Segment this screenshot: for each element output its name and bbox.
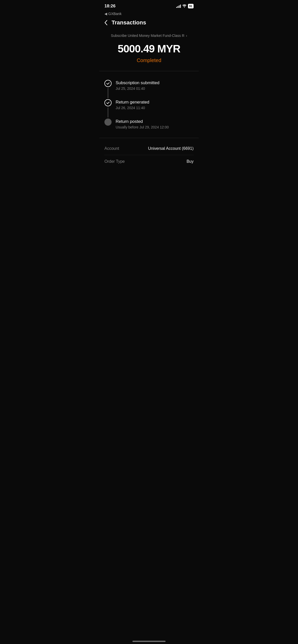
svg-point-0 — [184, 7, 185, 8]
battery-icon: 91 — [188, 4, 194, 8]
status-time: 18:26 — [104, 4, 115, 9]
wifi-icon — [182, 4, 186, 8]
status-bar: 18:26 91 — [99, 0, 199, 11]
detail-row-account: Account Universal Account (6691) — [104, 142, 194, 155]
status-icons: 91 — [176, 4, 194, 8]
details-section: Account Universal Account (6691) Order T… — [99, 138, 199, 172]
timeline-date: Jul 26, 2024 11:40 — [116, 106, 194, 110]
detail-value-account: Universal Account (6691) — [148, 146, 194, 151]
nav-back[interactable]: ◀ GXBank — [99, 11, 199, 17]
timeline-left — [104, 80, 112, 99]
timeline-label: Return generated — [116, 100, 194, 105]
detail-label-order-type: Order Type — [104, 159, 125, 164]
timeline-item: Return generated Jul 26, 2024 11:40 — [104, 99, 194, 119]
timeline-icon-completed — [104, 80, 112, 87]
fund-section: Subscribe United Money Market Fund-Class… — [99, 31, 199, 68]
timeline-line — [108, 88, 108, 98]
transaction-amount: 5000.49 MYR — [104, 43, 194, 55]
timeline-content: Subscription submitted Jul 25, 2024 01:4… — [116, 80, 194, 99]
page-header: Transactions — [99, 17, 199, 31]
timeline-item: Subscription submitted Jul 25, 2024 01:4… — [104, 80, 194, 99]
timeline-section: Subscription submitted Jul 25, 2024 01:4… — [99, 74, 199, 138]
timeline-content: Return generated Jul 26, 2024 11:40 — [116, 99, 194, 119]
timeline-icon-completed — [104, 99, 112, 106]
status-badge: Completed — [104, 57, 194, 63]
fund-chevron-icon: › — [186, 34, 187, 38]
section-divider — [99, 71, 199, 71]
timeline-line — [108, 107, 108, 118]
detail-value-order-type: Buy — [186, 159, 194, 164]
timeline-date: Jul 25, 2024 01:40 — [116, 86, 194, 91]
nav-back-chevron: ◀ — [104, 12, 107, 16]
timeline-content: Return posted Usually before Jul 29, 202… — [116, 119, 194, 132]
detail-label-account: Account — [104, 146, 119, 151]
timeline-left — [104, 99, 112, 119]
nav-back-label: GXBank — [108, 12, 121, 16]
timeline-item: Return posted Usually before Jul 29, 202… — [104, 119, 194, 132]
detail-row-order-type: Order Type Buy — [104, 155, 194, 168]
timeline-left — [104, 119, 112, 132]
back-button[interactable] — [104, 20, 107, 25]
page-title: Transactions — [112, 19, 146, 26]
timeline-date: Usually before Jul 29, 2024 12:00 — [116, 125, 194, 129]
fund-name: Subscribe United Money Market Fund-Class… — [111, 34, 184, 38]
timeline-icon-pending — [104, 119, 112, 126]
fund-name-row[interactable]: Subscribe United Money Market Fund-Class… — [104, 34, 194, 38]
timeline-label: Return posted — [116, 119, 194, 124]
signal-icon — [176, 4, 181, 8]
timeline-label: Subscription submitted — [116, 80, 194, 85]
